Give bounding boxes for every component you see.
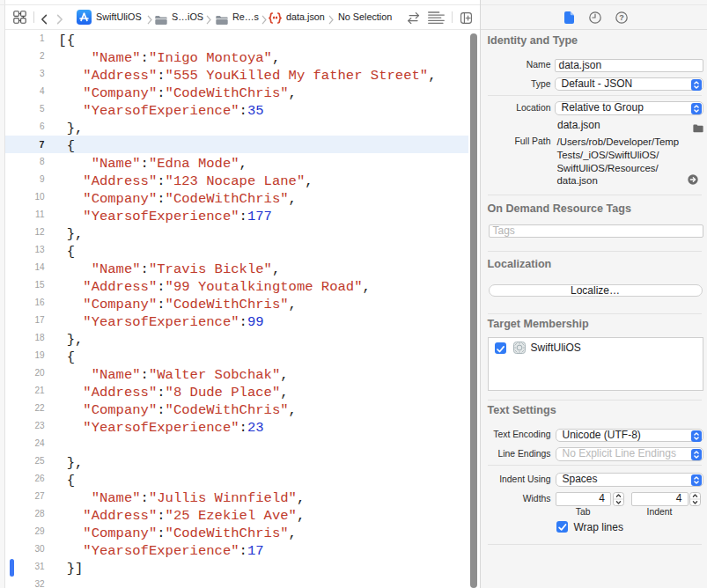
svg-text:?: ? (619, 13, 624, 22)
